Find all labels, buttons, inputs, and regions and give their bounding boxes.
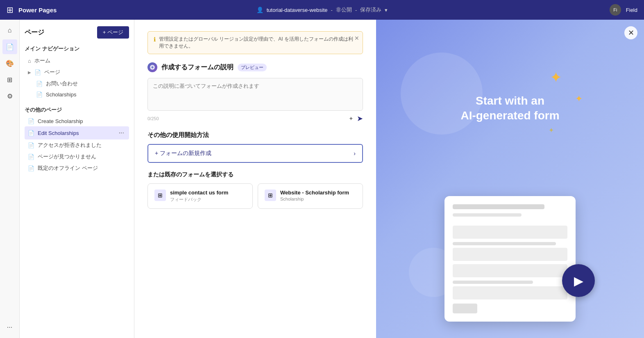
form-card-0-subtitle: フィードバック (170, 196, 228, 203)
contact-nav-icon: 📄 (36, 81, 43, 87)
not-found-label: ページが見つかりません (38, 153, 96, 160)
home-nav-label: ホーム (34, 57, 50, 64)
modal-right-panel: ✕ ✦ ✦ ✦ Start with an AI-generated form (376, 20, 644, 338)
status-chevron[interactable]: ▾ (385, 7, 388, 13)
avatar[interactable]: Fi (610, 4, 621, 16)
sidebar-item-create-scholarship[interactable]: 📄 Create Scholarship (25, 116, 129, 126)
top-bar-center: 👤 tutorial-dataverse-website - 非公開 - 保存済… (256, 6, 388, 14)
main-nav-label: メイン ナビゲーション (25, 45, 129, 53)
edit-scholarships-label: Edit Scholarships (38, 130, 79, 136)
sidebar-pages-icon[interactable]: 📄 (2, 39, 17, 54)
site-name: tutorial-dataverse-website (267, 7, 328, 13)
description-textarea[interactable] (147, 78, 363, 111)
warning-close-button[interactable]: ✕ (354, 35, 359, 41)
modal: ℹ 管理設定またはグローバル リージョン設定が理由で、AI を活用したフォームの… (134, 20, 644, 338)
edit-scholarships-icon: 📄 (28, 130, 34, 136)
form-cards: ⊞ simple contact us form フィードバック ⊞ Websi… (147, 183, 363, 209)
top-bar: ⊞ Power Pages 👤 tutorial-dataverse-websi… (0, 0, 644, 20)
warning-text: 管理設定またはグローバル リージョン設定が理由で、AI を活用したフォームの作成… (159, 36, 357, 50)
top-bar-right: Fi Field (610, 4, 637, 16)
main-layout: ⌂ 📄 🎨 ⊞ ⚙ ··· ページ + ページ メイン ナビゲーション ⌂ ホー… (0, 20, 644, 338)
sidebar-settings-icon[interactable]: ⚙ (2, 89, 17, 103)
right-heading-line1: Start with an (376, 94, 644, 108)
warning-banner: ℹ 管理設定またはグローバル リージョン設定が理由で、AI を活用したフォームの… (147, 31, 363, 54)
sidebar-item-home[interactable]: ⌂ ホーム (25, 55, 129, 66)
warning-icon: ℹ (154, 36, 156, 43)
right-heading: Start with an AI-generated form (376, 94, 644, 123)
contact-nav-label: お問い合わせ (46, 80, 78, 87)
textarea-footer: 0/250 ✦ ➤ (147, 114, 363, 123)
edit-scholarships-more-button[interactable]: ··· (117, 128, 126, 137)
new-form-button[interactable]: + フォームの新規作成 › (147, 144, 363, 163)
chevron-right-icon: › (354, 150, 356, 157)
nav-sidebar-title: ページ (25, 28, 44, 37)
sidebar-item-contact[interactable]: 📄 お問い合わせ (25, 78, 129, 89)
form-card-1-subtitle: Scholarship (280, 196, 349, 201)
offline-icon: 📄 (28, 165, 34, 171)
sidebar-item-pages[interactable]: ▶ 📄 ページ (25, 66, 129, 78)
other-pages-label: その他のページ (25, 106, 129, 114)
modal-close-button[interactable]: ✕ (624, 26, 637, 39)
top-bar-left: ⊞ Power Pages (7, 5, 57, 15)
form-card-0-title: simple contact us form (170, 190, 228, 196)
form-card-1-title: Website - Scholarship form (280, 190, 349, 196)
char-count: 0/250 (147, 116, 159, 121)
form-title: 作成するフォームの説明 (161, 63, 234, 72)
user-label: Field (626, 7, 637, 13)
not-found-icon: 📄 (28, 154, 34, 160)
site-status: 非公開 (336, 6, 352, 14)
sparkle-3-icon: ✦ (549, 126, 554, 134)
sidebar-item-edit-scholarships[interactable]: 📄 Edit Scholarships ··· (25, 126, 129, 139)
create-scholarship-icon: 📄 (28, 118, 34, 124)
sidebar-more-icon[interactable]: ··· (2, 320, 17, 335)
nav-sidebar-header: ページ + ページ (25, 26, 129, 39)
play-button-icon[interactable]: ▶ (562, 264, 595, 297)
home-nav-icon: ⌂ (28, 58, 31, 64)
other-methods-title: その他の使用開始方法 (147, 131, 363, 139)
form-description-header: 作成するフォームの説明 プレビュー (147, 62, 363, 72)
content-area: ℹ 管理設定またはグローバル リージョン設定が理由で、AI を活用したフォームの… (134, 20, 644, 338)
pages-nav-label: ページ (44, 69, 60, 76)
pages-nav-icon: 📄 (34, 69, 41, 75)
send-button[interactable]: ➤ (357, 114, 363, 123)
offline-label: 既定のオフライン ページ (38, 164, 98, 172)
scholarships-nav-label: Scholarships (46, 91, 76, 98)
form-card-1[interactable]: ⊞ Website - Scholarship form Scholarship (258, 183, 363, 209)
ai-icon (147, 62, 157, 72)
sidebar-home-icon[interactable]: ⌂ (2, 23, 17, 38)
sidebar-item-scholarships[interactable]: 📄 Scholarships (25, 89, 129, 100)
access-denied-label: アクセスが拒否されました (38, 142, 102, 149)
access-denied-icon: 📄 (28, 142, 34, 148)
form-card-0-icon: ⊞ (154, 190, 166, 201)
scholarships-nav-icon: 📄 (36, 91, 43, 98)
separator2: - (355, 7, 357, 13)
magic-wand-button[interactable]: ✦ (349, 115, 354, 122)
modal-left-panel: ℹ 管理設定またはグローバル リージョン設定が理由で、AI を活用したフォームの… (134, 20, 376, 338)
form-card-0-info: simple contact us form フィードバック (170, 190, 228, 203)
sidebar-item-not-found[interactable]: 📄 ページが見つかりません (25, 151, 129, 162)
new-form-label: + フォームの新規作成 (155, 150, 211, 157)
save-status: 保存済み (360, 6, 381, 14)
form-mockup (444, 196, 576, 322)
add-page-button[interactable]: + ページ (97, 26, 129, 39)
sidebar-item-offline[interactable]: 📄 既定のオフライン ページ (25, 162, 129, 174)
expand-pages-icon[interactable]: ▶ (28, 70, 31, 75)
form-card-1-icon: ⊞ (265, 190, 276, 201)
form-card-1-info: Website - Scholarship form Scholarship (280, 190, 349, 201)
existing-forms-title: または既存のフォームを選択する (147, 171, 363, 178)
app-name: Power Pages (18, 7, 57, 14)
preview-badge: プレビュー (238, 64, 267, 71)
nav-sidebar: ページ + ページ メイン ナビゲーション ⌂ ホーム ▶ 📄 ページ 📄 お問… (20, 20, 134, 338)
create-scholarship-label: Create Scholarship (38, 118, 83, 124)
separator: - (331, 7, 333, 13)
sidebar-style-icon[interactable]: 🎨 (2, 56, 17, 71)
form-card-0[interactable]: ⊞ simple contact us form フィードバック (147, 183, 253, 209)
apps-grid-icon[interactable]: ⊞ (7, 5, 14, 15)
right-heading-line2: AI-generated form (376, 108, 644, 123)
sidebar-item-access-denied[interactable]: 📄 アクセスが拒否されました (25, 139, 129, 151)
sidebar-data-icon[interactable]: ⊞ (2, 72, 17, 87)
icon-sidebar: ⌂ 📄 🎨 ⊞ ⚙ ··· (0, 20, 20, 338)
sparkle-1-icon: ✦ (550, 69, 562, 86)
